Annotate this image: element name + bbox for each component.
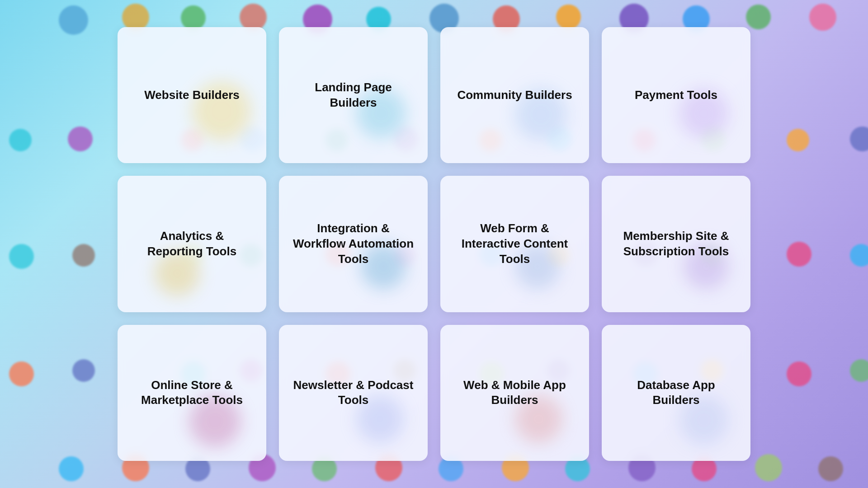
card-label-web-mobile-app-builders: Web & Mobile App Builders <box>454 378 576 408</box>
card-label-web-form-interactive-content-tools: Web Form & Interactive Content Tools <box>454 221 576 267</box>
card-newsletter-podcast-tools[interactable]: Newsletter & Podcast Tools <box>279 325 428 461</box>
card-label-payment-tools: Payment Tools <box>635 88 717 103</box>
card-payment-tools[interactable]: Payment Tools <box>602 27 750 163</box>
card-label-community-builders: Community Builders <box>457 88 572 103</box>
card-label-integration-workflow-automation-tools: Integration & Workflow Automation Tools <box>292 221 414 267</box>
card-online-store-marketplace-tools[interactable]: Online Store & Marketplace Tools <box>118 325 266 461</box>
card-label-website-builders: Website Builders <box>144 88 239 103</box>
grid-container: Website Builders Landing Page Builders C… <box>0 0 868 488</box>
card-web-mobile-app-builders[interactable]: Web & Mobile App Builders <box>440 325 589 461</box>
card-label-landing-page-builders: Landing Page Builders <box>292 80 414 111</box>
card-website-builders[interactable]: Website Builders <box>118 27 266 163</box>
card-community-builders[interactable]: Community Builders <box>440 27 589 163</box>
card-label-online-store-marketplace-tools: Online Store & Marketplace Tools <box>131 378 253 408</box>
card-web-form-interactive-content-tools[interactable]: Web Form & Interactive Content Tools <box>440 176 589 312</box>
card-label-membership-site-subscription-tools: Membership Site & Subscription Tools <box>615 229 737 259</box>
card-label-analytics-reporting-tools: Analytics & Reporting Tools <box>131 229 253 259</box>
card-membership-site-subscription-tools[interactable]: Membership Site & Subscription Tools <box>602 176 750 312</box>
card-landing-page-builders[interactable]: Landing Page Builders <box>279 27 428 163</box>
card-database-app-builders[interactable]: Database App Builders <box>602 325 750 461</box>
card-analytics-reporting-tools[interactable]: Analytics & Reporting Tools <box>118 176 266 312</box>
card-integration-workflow-automation-tools[interactable]: Integration & Workflow Automation Tools <box>279 176 428 312</box>
card-label-database-app-builders: Database App Builders <box>615 378 737 408</box>
card-label-newsletter-podcast-tools: Newsletter & Podcast Tools <box>292 378 414 408</box>
category-grid: Website Builders Landing Page Builders C… <box>118 27 750 461</box>
